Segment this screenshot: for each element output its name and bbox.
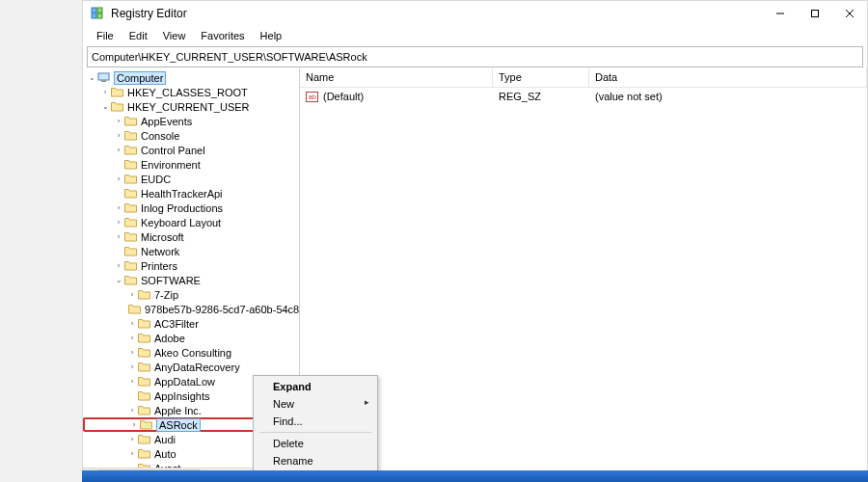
tree-item[interactable]: Environment	[83, 157, 299, 172]
context-menu-item[interactable]: New	[256, 395, 375, 413]
tree-label: AppEvents	[141, 116, 192, 127]
chevron-icon[interactable]: ›	[114, 232, 123, 242]
chevron-icon[interactable]: ›	[114, 117, 123, 126]
context-menu-separator	[259, 432, 371, 433]
value-data: (value not set)	[589, 91, 867, 102]
chevron-icon[interactable]: ›	[114, 218, 123, 228]
menu-edit[interactable]: Edit	[122, 28, 155, 43]
folder-icon	[124, 116, 137, 126]
context-menu-item[interactable]: Rename	[256, 452, 375, 469]
chevron-icon[interactable]: ›	[127, 290, 137, 300]
folder-icon	[124, 145, 137, 155]
list-row[interactable]: ab (Default) REG_SZ (value not set)	[300, 88, 867, 105]
close-button[interactable]	[832, 1, 867, 26]
registry-editor-window: Registry Editor File Edit View Favorites…	[82, 0, 868, 482]
menu-view[interactable]: View	[155, 28, 194, 43]
folder-icon	[138, 333, 150, 343]
tree-item[interactable]: ›Printers	[83, 258, 299, 273]
folder-icon	[124, 188, 137, 199]
minimize-button[interactable]	[763, 1, 798, 26]
chevron-icon[interactable]: ›	[127, 362, 137, 372]
chevron-icon[interactable]: ›	[114, 131, 123, 141]
tree-item[interactable]: ›AC3Filter	[83, 316, 299, 331]
tree-root-computer[interactable]: ⌄Computer	[83, 70, 299, 85]
tree-item[interactable]: ›Adobe	[83, 331, 299, 345]
svg-rect-8	[98, 73, 109, 80]
tree-item[interactable]: ›Keyboard Layout	[83, 215, 299, 229]
chevron-icon[interactable]: ›	[127, 334, 137, 343]
chevron-icon[interactable]	[114, 189, 123, 199]
chevron-icon[interactable]: ›	[127, 319, 137, 329]
tree-item[interactable]: ›AnyDataRecovery	[83, 360, 299, 374]
folder-icon	[124, 159, 137, 170]
folder-icon	[124, 217, 137, 228]
chevron-icon[interactable]: ›	[127, 406, 137, 415]
menu-help[interactable]: Help	[253, 28, 290, 43]
tree-item[interactable]: ›EUDC	[83, 172, 299, 186]
tree-item[interactable]: ›Microsoft	[83, 229, 299, 244]
tree-item[interactable]: ›AppEvents	[83, 114, 299, 128]
chevron-icon[interactable]: ›	[127, 377, 137, 387]
tree-item[interactable]: ›7-Zip	[83, 287, 299, 302]
column-header-data[interactable]: Data	[589, 68, 867, 87]
context-menu-item[interactable]: Delete	[256, 435, 375, 452]
menubar: File Edit View Favorites Help	[83, 26, 867, 45]
content-area: ⌄Computer›HKEY_CLASSES_ROOT⌄HKEY_CURRENT…	[83, 68, 867, 481]
tree-label: EUDC	[141, 174, 171, 185]
chevron-icon[interactable]: ›	[114, 146, 123, 155]
tree-item[interactable]: ›Control Panel	[83, 143, 299, 157]
chevron-icon[interactable]	[114, 247, 123, 256]
tree-item[interactable]: ⌄HKEY_CURRENT_USER	[83, 99, 299, 114]
chevron-icon[interactable]: ⌄	[100, 102, 110, 112]
folder-icon	[138, 362, 150, 372]
chevron-icon[interactable]: ›	[127, 435, 137, 444]
folder-icon	[124, 130, 137, 141]
chevron-icon[interactable]	[127, 391, 137, 401]
maximize-button[interactable]	[798, 1, 832, 26]
context-menu-item[interactable]: Find...	[256, 413, 375, 430]
list-body: ab (Default) REG_SZ (value not set)	[300, 88, 867, 481]
tree-item[interactable]: ›Console	[83, 128, 299, 143]
tree-item[interactable]: ›Inlog Productions	[83, 201, 299, 215]
folder-icon	[138, 376, 150, 387]
address-bar[interactable]: Computer\HKEY_CURRENT_USER\SOFTWARE\ASRo…	[87, 46, 863, 67]
menu-favorites[interactable]: Favorites	[193, 28, 252, 43]
tree-item[interactable]: ›Akeo Consulting	[83, 345, 299, 360]
chevron-icon[interactable]: ›	[114, 261, 123, 271]
tree-label: AppDataLow	[154, 376, 215, 388]
column-header-name[interactable]: Name	[300, 68, 493, 87]
tree-label: Inlog Productions	[141, 202, 223, 214]
tree-label: Audi	[154, 434, 176, 445]
tree-item[interactable]: 978be57b-9286-5cd7-a60b-54c81352a986	[83, 302, 299, 316]
tree-label: Auto	[154, 448, 176, 460]
tree-label: Computer	[114, 71, 166, 85]
chevron-icon[interactable]: ›	[114, 203, 123, 213]
chevron-icon[interactable]: ›	[114, 174, 123, 184]
chevron-icon[interactable]: ⌄	[114, 276, 123, 285]
tree-label: 7-Zip	[154, 289, 178, 301]
chevron-icon[interactable]: ›	[100, 88, 110, 97]
taskbar[interactable]	[82, 470, 868, 482]
tree-item[interactable]: HealthTrackerApi	[83, 186, 299, 201]
tree-label: Microsoft	[141, 231, 184, 243]
tree-item[interactable]: ›ASRock	[83, 417, 270, 432]
folder-icon	[138, 347, 150, 358]
tree-item[interactable]: ›HKEY_CLASSES_ROOT	[83, 85, 299, 99]
menu-file[interactable]: File	[89, 28, 122, 43]
column-header-type[interactable]: Type	[493, 68, 589, 87]
chevron-icon[interactable]: ›	[129, 420, 139, 430]
chevron-icon[interactable]	[114, 160, 123, 170]
chevron-icon[interactable]: ›	[127, 348, 137, 358]
folder-icon	[124, 231, 137, 242]
chevron-icon[interactable]: ›	[127, 449, 137, 459]
context-menu-item[interactable]: Expand	[256, 378, 375, 395]
tree-item[interactable]: ⌄SOFTWARE	[83, 273, 299, 287]
chevron-down-icon[interactable]: ⌄	[87, 73, 96, 83]
window-controls	[763, 1, 867, 26]
svg-rect-1	[97, 8, 102, 13]
tree-label: AnyDataRecovery	[154, 362, 240, 373]
folder-icon	[124, 202, 137, 213]
svg-rect-3	[97, 13, 102, 18]
tree-label: Network	[141, 246, 179, 257]
tree-item[interactable]: Network	[83, 244, 299, 258]
